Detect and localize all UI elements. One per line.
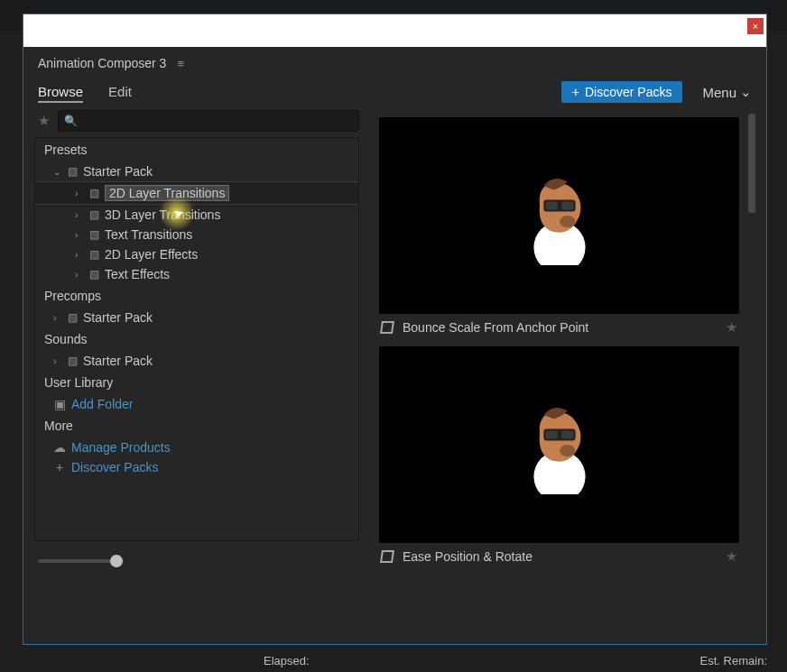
menu-dropdown[interactable]: Menu ⌄ — [702, 84, 752, 100]
preview-thumbnail[interactable] — [379, 346, 739, 543]
tree-text-effects[interactable]: › ▧ Text Effects — [35, 264, 358, 284]
tree-2d-layer-effects[interactable]: › ▧ 2D Layer Effects — [35, 244, 358, 264]
tree-section-precomps: Precomps — [35, 284, 358, 308]
folder-icon: ▧ — [89, 208, 99, 221]
preview-item[interactable]: Bounce Scale From Anchor Point ★ — [379, 117, 739, 341]
preview-thumbnail[interactable] — [379, 117, 739, 314]
chevron-right-icon: › — [75, 230, 84, 240]
tree-label: Starter Pack — [83, 164, 153, 179]
svg-rect-7 — [545, 431, 557, 439]
tree-2d-layer-transitions[interactable]: › ▧ 2D Layer Transitions — [35, 181, 358, 205]
chevron-right-icon: › — [75, 189, 84, 198]
tree-section-user-library: User Library — [35, 371, 358, 394]
favorites-filter-icon[interactable]: ★ — [34, 113, 52, 129]
tree-label: 2D Layer Transitions — [105, 185, 229, 201]
folder-icon: ▧ — [89, 187, 99, 199]
search-input-container[interactable]: 🔍 — [58, 110, 359, 132]
tree-label: Manage Products — [71, 440, 171, 455]
tree-starter-pack-precomps[interactable]: › ▧ Starter Pack — [35, 308, 358, 327]
svg-rect-3 — [561, 202, 573, 210]
chevron-right-icon: › — [53, 356, 62, 366]
tree-label: Add Folder — [71, 397, 133, 411]
tree-label: Text Transitions — [105, 227, 192, 242]
tree-label: Text Effects — [105, 267, 170, 281]
chevron-down-icon: ⌄ — [53, 167, 62, 177]
svg-rect-2 — [545, 202, 557, 210]
tab-edit[interactable]: Edit — [108, 82, 132, 103]
panel-menu-icon[interactable]: ≡ — [177, 57, 184, 70]
folder-icon: ▧ — [68, 354, 78, 367]
status-elapsed-label: Elapsed: — [264, 654, 310, 667]
modal-titlebar: × — [23, 14, 766, 47]
folder-icon: ▧ — [89, 248, 99, 261]
cloud-icon: ☁ — [53, 440, 66, 455]
tree-add-folder[interactable]: ▣ Add Folder — [35, 394, 358, 414]
chevron-right-icon: › — [53, 313, 62, 323]
chevron-right-icon: › — [75, 210, 84, 220]
svg-point-4 — [560, 216, 576, 227]
tree-text-transitions[interactable]: › ▧ Text Transitions — [35, 225, 358, 244]
panel-title: Animation Composer 3 — [38, 56, 166, 70]
panel-header: Animation Composer 3 ≡ — [23, 47, 766, 76]
preset-type-icon — [380, 321, 394, 334]
mascot-icon — [510, 395, 609, 494]
tree-label: 3D Layer Transitions — [105, 207, 220, 222]
tree-manage-products[interactable]: ☁ Manage Products — [35, 437, 358, 457]
library-tree: Presets ⌄ ▧ Starter Pack › ▧ 2D Layer Tr… — [34, 137, 359, 541]
tree-discover-packs[interactable]: + Discover Packs — [35, 457, 358, 477]
chevron-right-icon: › — [75, 250, 84, 260]
slider-knob[interactable] — [110, 555, 123, 567]
tree-label: Discover Packs — [71, 460, 158, 474]
folder-icon: ▧ — [68, 165, 78, 178]
plus-icon: + — [53, 460, 66, 474]
tree-section-sounds: Sounds — [35, 327, 358, 351]
preview-title: Ease Position & Rotate — [403, 549, 532, 564]
search-input[interactable] — [81, 115, 353, 128]
preview-scrollbar[interactable] — [748, 110, 755, 575]
tree-label: 2D Layer Effects — [105, 247, 198, 262]
preview-item[interactable]: Ease Position & Rotate ★ — [379, 346, 739, 570]
plugin-modal: × Animation Composer 3 ≡ Browse Edit + D… — [23, 14, 767, 645]
favorite-star-icon[interactable]: ★ — [726, 319, 737, 336]
plus-icon: + — [572, 85, 579, 99]
preset-type-icon — [380, 550, 394, 563]
folder-icon: ▧ — [68, 311, 78, 324]
folder-icon: ▧ — [89, 228, 99, 241]
add-folder-icon: ▣ — [53, 397, 66, 411]
svg-point-9 — [560, 445, 576, 456]
search-icon: 🔍 — [64, 115, 78, 127]
tree-label: Starter Pack — [83, 354, 153, 368]
tree-starter-pack-presets[interactable]: ⌄ ▧ Starter Pack — [35, 161, 358, 181]
status-bar: Elapsed: Est. Remain: — [0, 649, 787, 672]
chevron-right-icon: › — [75, 270, 84, 280]
discover-packs-button[interactable]: + Discover Packs — [561, 81, 683, 103]
close-button[interactable]: × — [747, 18, 764, 34]
chevron-down-icon: ⌄ — [740, 84, 752, 100]
tab-browse[interactable]: Browse — [38, 82, 83, 103]
folder-icon: ▧ — [89, 268, 99, 281]
tree-3d-layer-transitions[interactable]: › ▧ 3D Layer Transitions — [35, 205, 358, 225]
favorite-star-icon[interactable]: ★ — [726, 548, 737, 565]
preview-title: Bounce Scale From Anchor Point — [403, 320, 588, 335]
discover-label: Discover Packs — [585, 85, 671, 99]
tree-section-more: More — [35, 414, 358, 437]
menu-label: Menu — [702, 85, 736, 100]
thumbnail-size-slider[interactable] — [38, 559, 124, 563]
mascot-icon — [510, 166, 609, 265]
scrollbar-thumb[interactable] — [748, 114, 755, 213]
status-remain-label: Est. Remain: — [700, 654, 767, 667]
tree-section-presets: Presets — [35, 138, 358, 161]
top-toolbar: Browse Edit + Discover Packs Menu ⌄ — [23, 76, 766, 110]
preview-list: Bounce Scale From Anchor Point ★ — [370, 110, 748, 575]
svg-rect-8 — [561, 431, 573, 439]
tree-starter-pack-sounds[interactable]: › ▧ Starter Pack — [35, 351, 358, 371]
tree-label: Starter Pack — [83, 310, 153, 325]
